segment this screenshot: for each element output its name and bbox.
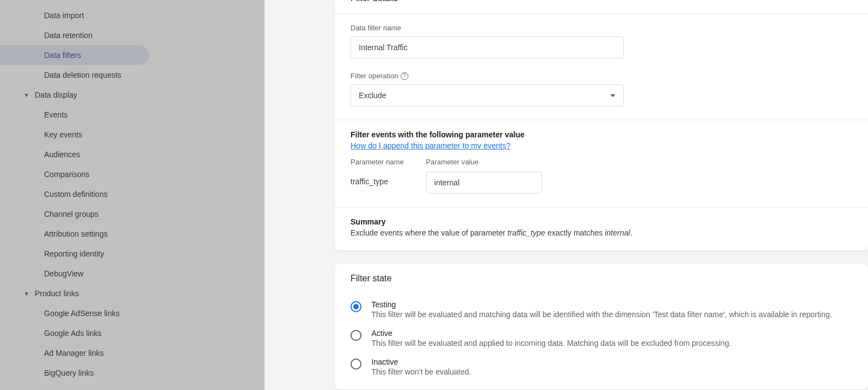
filter-events-section: Filter events with the following paramet… [351,130,853,194]
card-title: Filter state [335,264,868,293]
column-label: Parameter name [351,158,404,166]
filter-state-card: Filter state Testing This filter will be… [335,264,868,389]
sidebar-item-comparisons[interactable]: Comparisons [0,164,149,184]
field-label-text: Filter operation [351,72,398,80]
filter-state-option-testing[interactable]: Testing This filter will be evaluated an… [351,300,853,319]
parameter-name-column: Parameter name traffic_type [351,158,404,186]
sidebar-item-events[interactable]: Events [0,105,149,125]
divider [335,120,868,120]
sidebar-group-label: Product links [35,289,79,298]
option-title: Active [371,329,731,338]
sidebar-item-attribution-settings[interactable]: Attribution settings [0,224,149,244]
chevron-down-icon: ▼ [21,92,32,98]
option-title: Inactive [371,357,471,366]
summary-param: traffic_type [508,228,545,237]
select-value: Exclude [359,91,386,100]
summary-text: Exclude events where the value of parame… [351,228,853,237]
sidebar-item-data-filters[interactable]: Data filters [0,45,149,65]
card-body: Data filter name Filter operation ? Excl… [335,13,868,250]
option-description: This filter won't be evaluated. [371,367,471,376]
sidebar-item-adsense-links[interactable]: Google AdSense links [0,303,149,323]
sidebar-item-bigquery-links[interactable]: BigQuery links [0,363,149,383]
sidebar-group-product-links[interactable]: ▼ Product links [0,284,265,303]
field-label: Filter operation ? [351,72,853,80]
sidebar-item-channel-groups[interactable]: Channel groups [0,204,149,224]
help-icon[interactable]: ? [401,72,408,80]
sidebar-item-reporting-identity[interactable]: Reporting identity [0,244,149,264]
divider [335,207,868,207]
sidebar-item-data-retention[interactable]: Data retention [0,25,149,45]
sidebar-item-audiences[interactable]: Audiences [0,145,149,164]
sidebar-group-label: Data display [35,90,77,99]
parameter-name-value: traffic_type [351,172,404,186]
help-link[interactable]: How do I append this parameter to my eve… [351,141,510,150]
parameter-value-column: Parameter value [426,158,542,194]
sidebar-item-data-import[interactable]: Data import [0,6,149,25]
summary-value: internal [605,228,630,237]
radio-icon [351,330,362,341]
summary-heading: Summary [351,217,853,226]
sidebar-item-key-events[interactable]: Key events [0,125,149,145]
card-title: Filter details [335,0,868,13]
sidebar-item-google-ads-links[interactable]: Google Ads links [0,323,149,343]
radio-icon [351,301,362,312]
filter-state-option-inactive[interactable]: Inactive This filter won't be evaluated. [351,357,853,376]
filter-name-field: Data filter name [351,24,853,58]
option-description: This filter will be evaluated and applie… [371,339,731,348]
sidebar-item-data-deletion[interactable]: Data deletion requests [0,65,149,85]
sidebar-item-debugview[interactable]: DebugView [0,264,149,284]
summary-section: Summary Exclude events where the value o… [351,217,853,237]
main-panel: Filter details Data filter name Filter o… [265,0,868,390]
option-description: This filter will be evaluated and matchi… [371,310,832,319]
summary-suffix: . [630,228,632,237]
filter-operation-select[interactable]: Exclude [351,84,624,106]
column-label: Parameter value [426,158,542,166]
summary-middle: exactly matches [545,228,605,237]
filter-state-option-active[interactable]: Active This filter will be evaluated and… [351,329,853,348]
filter-name-input[interactable] [351,36,624,58]
chevron-down-icon [610,94,616,97]
section-heading: Filter events with the following paramet… [351,130,853,139]
sidebar-group-data-display[interactable]: ▼ Data display [0,85,265,105]
card-body: Testing This filter will be evaluated an… [335,293,868,389]
filter-details-card: Filter details Data filter name Filter o… [335,0,868,250]
admin-sidebar: Data import Data retention Data filters … [0,0,265,390]
option-title: Testing [371,300,832,309]
parameter-value-input[interactable] [426,172,542,194]
field-label: Data filter name [351,24,853,32]
summary-prefix: Exclude events where the value of parame… [351,228,508,237]
sidebar-item-ad-manager-links[interactable]: Ad Manager links [0,343,149,363]
filter-operation-field: Filter operation ? Exclude [351,72,853,106]
radio-icon [351,359,362,370]
chevron-down-icon: ▼ [21,291,32,297]
sidebar-item-custom-definitions[interactable]: Custom definitions [0,184,149,204]
